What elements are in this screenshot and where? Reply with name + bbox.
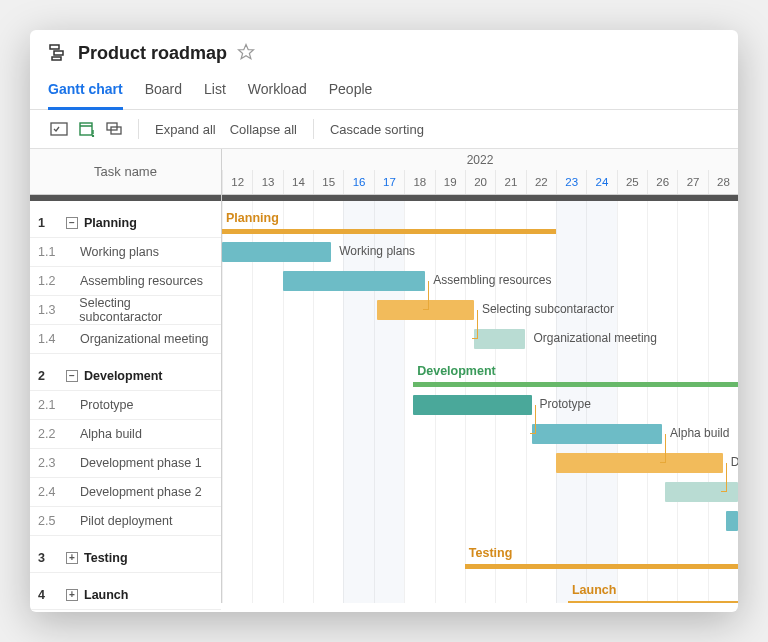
gantt-chart-area: PlanningWorking plansAssembling resource… — [222, 201, 738, 603]
task-number: 1.4 — [38, 332, 60, 346]
svg-rect-4 — [51, 123, 67, 135]
task-bar[interactable] — [377, 300, 474, 320]
task-row[interactable]: 2.4Development phase 2 — [30, 478, 221, 507]
expand-all-button[interactable]: Expand all — [151, 120, 220, 139]
tab-list[interactable]: List — [204, 73, 226, 110]
svg-rect-5 — [80, 123, 92, 135]
day-cell: 25 — [617, 170, 647, 194]
task-bar[interactable] — [665, 482, 738, 502]
task-name: Alpha build — [66, 427, 142, 441]
task-name: Selecting subcontaractor — [65, 296, 213, 324]
group-summary-bar[interactable] — [568, 601, 738, 603]
group-summary-bar[interactable] — [465, 564, 738, 569]
day-cell: 20 — [465, 170, 495, 194]
task-number: 3 — [38, 551, 60, 565]
group-bar-label: Development — [417, 364, 496, 378]
task-row[interactable]: 1.2Assembling resources — [30, 267, 221, 296]
task-number: 2.4 — [38, 485, 60, 499]
tab-people[interactable]: People — [329, 73, 373, 110]
day-cell: 26 — [647, 170, 677, 194]
calendar-alert-icon[interactable] — [76, 118, 98, 140]
task-name: Development — [84, 369, 163, 383]
tab-board[interactable]: Board — [145, 73, 182, 110]
page-title: Product roadmap — [78, 43, 227, 64]
group-bar-label: Launch — [572, 583, 616, 597]
day-cell: 13 — [252, 170, 282, 194]
collapse-icon[interactable]: − — [66, 370, 78, 382]
task-bar-label: Organizational meeting — [534, 331, 657, 345]
gantt-grid: Task name 1−Planning1.1Working plans1.2A… — [30, 149, 738, 603]
toolbar-separator — [138, 119, 139, 139]
toolbar: Expand all Collapse all Cascade sorting — [30, 110, 738, 149]
favorite-star-icon[interactable] — [237, 43, 255, 64]
task-row[interactable]: 2.3Development phase 1 — [30, 449, 221, 478]
year-label: 2022 — [222, 153, 738, 167]
collapse-all-button[interactable]: Collapse all — [226, 120, 301, 139]
task-bar-label: Assembling resources — [433, 273, 551, 287]
task-bar-label: Alpha build — [670, 426, 729, 440]
day-cell: 22 — [526, 170, 556, 194]
task-group-row[interactable]: 3+Testing — [30, 544, 221, 573]
task-bar[interactable] — [474, 329, 526, 349]
day-cell: 24 — [586, 170, 616, 194]
task-name: Launch — [84, 588, 128, 602]
tab-gantt-chart[interactable]: Gantt chart — [48, 73, 123, 110]
task-name: Organizational meeting — [66, 332, 209, 346]
svg-point-8 — [93, 136, 94, 137]
task-bar[interactable] — [222, 242, 331, 262]
day-cell: 17 — [374, 170, 404, 194]
task-bar[interactable] — [556, 453, 723, 473]
group-summary-bar[interactable] — [222, 229, 556, 234]
task-name: Development phase 1 — [66, 456, 202, 470]
task-number: 2 — [38, 369, 60, 383]
task-bar[interactable] — [532, 424, 663, 444]
timeline-panel[interactable]: 2022 1213141516171819202122232425262728 … — [222, 149, 738, 603]
task-number: 1.1 — [38, 245, 60, 259]
task-row[interactable]: 2.1Prototype — [30, 391, 221, 420]
day-cell: 15 — [313, 170, 343, 194]
task-name: Assembling resources — [66, 274, 203, 288]
task-number: 1 — [38, 216, 60, 230]
collapse-icon[interactable]: − — [66, 217, 78, 229]
task-bar[interactable] — [726, 511, 738, 531]
cascade-icon[interactable] — [104, 118, 126, 140]
task-number: 1.3 — [38, 303, 59, 317]
svg-rect-2 — [52, 57, 61, 60]
toolbar-separator — [313, 119, 314, 139]
day-cell: 16 — [343, 170, 373, 194]
task-row[interactable]: 2.2Alpha build — [30, 420, 221, 449]
group-bar-label: Testing — [469, 546, 513, 560]
day-cell: 21 — [495, 170, 525, 194]
task-list-panel: Task name 1−Planning1.1Working plans1.2A… — [30, 149, 222, 603]
task-group-row[interactable]: 2−Development — [30, 362, 221, 391]
svg-rect-0 — [50, 45, 59, 49]
task-bar-label: Selecting subcontaractor — [482, 302, 614, 316]
svg-marker-3 — [239, 45, 254, 59]
task-bar-label: Developm — [731, 455, 738, 469]
task-row[interactable]: 2.5Pilot deployment — [30, 507, 221, 536]
task-name: Planning — [84, 216, 137, 230]
day-cell: 14 — [283, 170, 313, 194]
scroll-strip — [30, 195, 221, 201]
expand-icon[interactable]: + — [66, 589, 78, 601]
cascade-sorting-button[interactable]: Cascade sorting — [326, 120, 428, 139]
checklist-icon[interactable] — [48, 118, 70, 140]
task-bar[interactable] — [413, 395, 531, 415]
expand-icon[interactable]: + — [66, 552, 78, 564]
task-number: 2.1 — [38, 398, 60, 412]
task-bar-label: Working plans — [339, 244, 415, 258]
day-cell: 18 — [404, 170, 434, 194]
task-row[interactable]: 1.4Organizational meeting — [30, 325, 221, 354]
task-row[interactable]: 1.1Working plans — [30, 238, 221, 267]
task-row[interactable]: 1.3Selecting subcontaractor — [30, 296, 221, 325]
task-group-row[interactable]: 4+Launch — [30, 581, 221, 610]
task-group-row[interactable]: 1−Planning — [30, 209, 221, 238]
tab-workload[interactable]: Workload — [248, 73, 307, 110]
group-summary-bar[interactable] — [413, 382, 738, 387]
group-bar-label: Planning — [226, 211, 279, 225]
task-bar[interactable] — [283, 271, 426, 291]
day-cell: 27 — [677, 170, 707, 194]
task-name: Pilot deployment — [66, 514, 172, 528]
task-name: Testing — [84, 551, 128, 565]
task-number: 2.2 — [38, 427, 60, 441]
